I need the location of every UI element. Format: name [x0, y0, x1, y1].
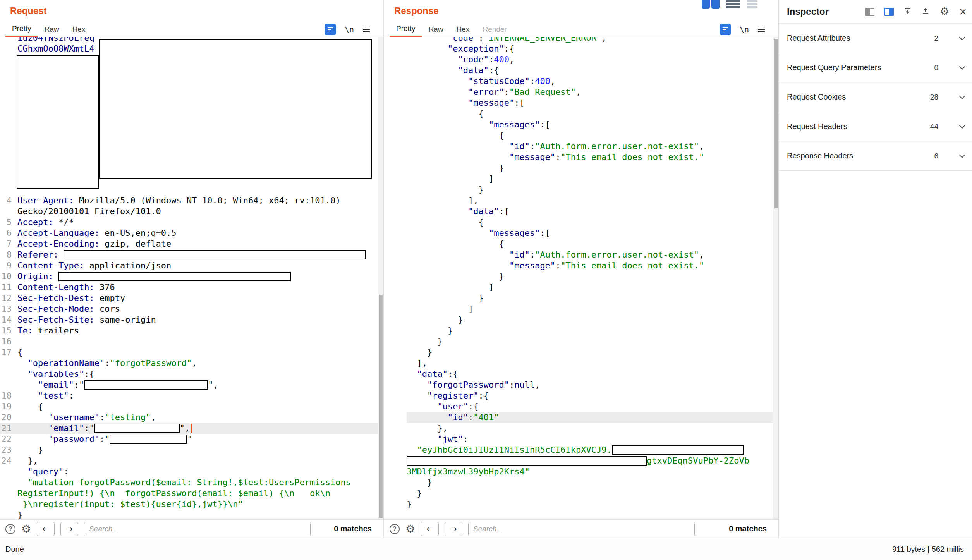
inspector-layout-left-icon[interactable]	[865, 8, 874, 16]
line-number: 15	[0, 325, 17, 336]
line-number: 14	[0, 314, 17, 325]
gear-icon[interactable]: ⚙	[21, 524, 31, 534]
collapse-all-icon[interactable]	[922, 7, 929, 16]
code-token: "data"	[417, 369, 448, 379]
line-number	[0, 141, 17, 152]
inspector-section-request-cookies[interactable]: Request Cookies28	[779, 82, 972, 112]
gear-icon[interactable]: ⚙	[405, 524, 415, 534]
tab-hex[interactable]: Hex	[66, 22, 92, 37]
layout-single-icon[interactable]	[747, 0, 757, 9]
line-number: 18	[0, 390, 17, 401]
section-count: 6	[934, 152, 938, 160]
wrap-lines-icon[interactable]	[720, 24, 731, 35]
code-line: 10Origin:	[0, 271, 383, 282]
layout-side-by-side-icon[interactable]	[702, 0, 720, 9]
code-token	[407, 369, 417, 379]
tab-raw[interactable]: Raw	[422, 22, 450, 37]
code-token: }	[17, 510, 22, 519]
response-stats: 911 bytes | 562 millis	[892, 545, 964, 554]
tab-pretty[interactable]: Pretty	[390, 22, 422, 37]
line-number: 10	[0, 271, 17, 282]
code-token	[407, 445, 417, 455]
code-token	[17, 391, 38, 400]
scrollbar-thumb[interactable]	[379, 295, 383, 518]
newline-toggle[interactable]: \n	[740, 25, 749, 34]
code-token: :	[530, 250, 535, 259]
inspector-settings-icon[interactable]: ⚙	[939, 6, 949, 17]
request-scrollbar[interactable]	[378, 37, 383, 519]
tab-render[interactable]: Render	[476, 22, 513, 37]
next-match-button[interactable]: →	[445, 522, 462, 536]
code-token: :	[530, 76, 535, 86]
response-tab-tools: \n	[720, 22, 778, 37]
code-token: :"	[84, 423, 94, 433]
code-token: ,	[601, 37, 606, 43]
search-input[interactable]	[468, 522, 695, 536]
response-editor[interactable]: "code":"INTERNAL_SERVER_ERROR", "excepti…	[384, 37, 778, 519]
code-token: :	[64, 467, 69, 476]
code-token	[407, 76, 468, 86]
code-token: :{	[448, 369, 458, 379]
inspector-section-request-query-parameters[interactable]: Request Query Parameters0	[779, 53, 972, 82]
response-tabbar: PrettyRawHexRender \n	[384, 22, 778, 37]
status-bar: Done 911 bytes | 562 millis	[0, 538, 972, 560]
search-input[interactable]	[84, 522, 311, 536]
request-editor[interactable]: Iuz04fNszPoLreqCGhxmOoQ8WXmtL44User-Agen…	[0, 37, 383, 519]
code-token: Content-Length:	[17, 282, 94, 292]
panel-menu-icon[interactable]	[362, 26, 370, 33]
code-token: "operationName"	[28, 358, 105, 368]
code-token: ",	[180, 423, 190, 433]
inspector-section-response-headers[interactable]: Response Headers6	[779, 141, 972, 171]
expand-all-icon[interactable]	[904, 7, 912, 16]
scrollbar-thumb[interactable]	[774, 39, 778, 208]
code-line: "data":{	[407, 369, 778, 380]
code-token: "email"	[38, 380, 74, 390]
prev-match-button[interactable]: ←	[37, 522, 55, 536]
code-token: :{	[504, 44, 515, 53]
tab-pretty[interactable]: Pretty	[5, 22, 38, 37]
response-scrollbar[interactable]	[773, 37, 778, 519]
code-line: "error":"Bad Request",	[407, 87, 778, 98]
help-icon[interactable]: ?	[5, 524, 15, 534]
line-number: 11	[0, 282, 17, 293]
chevron-down-icon	[959, 152, 965, 158]
line-number	[0, 477, 17, 488]
status-text: Done	[0, 545, 24, 554]
inspector-sections: Request Attributes2Request Query Paramet…	[779, 23, 972, 171]
newline-toggle[interactable]: \n	[345, 25, 354, 34]
tab-raw[interactable]: Raw	[38, 22, 66, 37]
code-token: }	[407, 478, 432, 487]
code-token	[407, 412, 448, 422]
code-token: "message"	[468, 98, 514, 108]
code-token: }	[407, 488, 422, 498]
code-token: :[	[540, 228, 550, 238]
help-icon[interactable]: ?	[390, 524, 400, 534]
tab-hex[interactable]: Hex	[450, 22, 476, 37]
request-panel: Request PrettyRawHex \n Iuz04fNszPoLreqC…	[0, 0, 383, 538]
line-number	[0, 43, 17, 54]
prev-match-button[interactable]: ←	[421, 522, 439, 536]
code-token	[407, 55, 458, 64]
code-line: "jwt":	[407, 434, 778, 445]
inspector-close-icon[interactable]: ×	[959, 5, 967, 18]
code-token: ,	[192, 358, 197, 368]
wrap-lines-icon[interactable]	[325, 24, 336, 35]
layout-stacked-icon[interactable]	[726, 0, 740, 9]
line-number: 16	[0, 336, 17, 347]
inspector-section-request-attributes[interactable]: Request Attributes2	[779, 24, 972, 53]
panel-menu-icon[interactable]	[757, 26, 765, 33]
code-token: "query"	[28, 467, 64, 476]
code-token	[407, 380, 427, 390]
code-token: "This email does not exist."	[560, 261, 704, 270]
redaction-box	[58, 272, 291, 281]
code-line: "id":"401"	[407, 412, 778, 423]
code-token: :[	[499, 206, 509, 216]
redaction-box	[99, 39, 372, 179]
code-token: same-origin	[94, 315, 156, 325]
next-match-button[interactable]: →	[60, 522, 78, 536]
code-token: "register"	[427, 391, 478, 400]
inspector-layout-right-icon[interactable]	[884, 8, 894, 16]
code-token	[407, 37, 448, 43]
code-line: ]	[407, 304, 778, 314]
inspector-section-request-headers[interactable]: Request Headers44	[779, 112, 972, 141]
